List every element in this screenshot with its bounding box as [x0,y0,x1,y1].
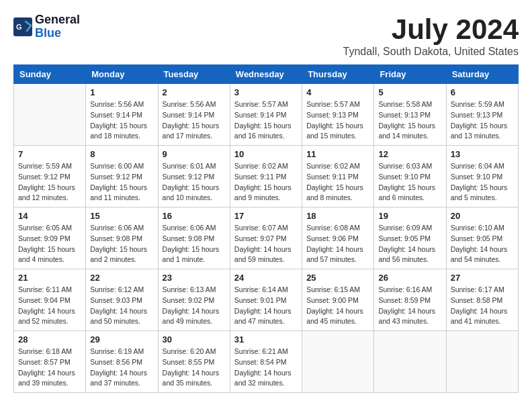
location-subtitle: Tyndall, South Dakota, United States [343,46,519,58]
day-header-tuesday: Tuesday [158,65,230,84]
day-number: 21 [18,273,81,283]
day-number: 10 [234,149,298,159]
day-number: 7 [18,149,81,159]
day-number: 11 [306,149,369,159]
calendar-cell: 27Sunrise: 6:17 AMSunset: 8:58 PMDayligh… [446,269,518,331]
day-info: Sunrise: 5:57 AMSunset: 9:14 PMDaylight:… [234,99,298,142]
day-info: Sunrise: 6:00 AMSunset: 9:12 PMDaylight:… [90,161,153,203]
calendar-body: 1Sunrise: 5:56 AMSunset: 9:14 PMDaylight… [14,84,519,393]
day-header-monday: Monday [86,65,158,84]
day-number: 30 [163,334,226,345]
calendar-cell: 5Sunrise: 5:58 AMSunset: 9:13 PMDaylight… [374,84,446,146]
day-info: Sunrise: 6:02 AMSunset: 9:11 PMDaylight:… [234,161,298,203]
calendar-cell [374,331,446,393]
calendar-cell: 14Sunrise: 6:05 AMSunset: 9:09 PMDayligh… [14,208,86,269]
day-number: 29 [90,334,153,345]
calendar-table: SundayMondayTuesdayWednesdayThursdayFrid… [13,64,519,393]
logo-icon: G [13,17,32,36]
calendar-cell: 6Sunrise: 5:59 AMSunset: 9:13 PMDaylight… [446,84,518,146]
day-info: Sunrise: 6:10 AMSunset: 9:05 PMDaylight:… [451,223,514,265]
day-number: 20 [451,211,514,221]
month-year-title: July 2024 [343,13,519,46]
day-number: 6 [451,87,514,97]
calendar-cell: 21Sunrise: 6:11 AMSunset: 9:04 PMDayligh… [14,269,86,331]
day-number: 31 [234,334,298,345]
day-number: 4 [306,87,369,97]
calendar-cell: 19Sunrise: 6:09 AMSunset: 9:05 PMDayligh… [374,208,446,269]
calendar-cell: 3Sunrise: 5:57 AMSunset: 9:14 PMDaylight… [230,84,302,146]
day-header-saturday: Saturday [446,65,518,84]
calendar-cell: 9Sunrise: 6:01 AMSunset: 9:12 PMDaylight… [158,146,230,208]
day-info: Sunrise: 6:01 AMSunset: 9:12 PMDaylight:… [163,161,226,203]
day-info: Sunrise: 6:18 AMSunset: 8:57 PMDaylight:… [18,347,81,389]
day-info: Sunrise: 6:08 AMSunset: 9:06 PMDaylight:… [306,223,369,265]
day-info: Sunrise: 6:21 AMSunset: 8:54 PMDaylight:… [234,347,298,389]
calendar-cell: 2Sunrise: 5:56 AMSunset: 9:14 PMDaylight… [158,84,230,146]
calendar-cell: 12Sunrise: 6:03 AMSunset: 9:10 PMDayligh… [374,146,446,208]
calendar-cell: 20Sunrise: 6:10 AMSunset: 9:05 PMDayligh… [446,208,518,269]
day-info: Sunrise: 5:56 AMSunset: 9:14 PMDaylight:… [163,99,226,142]
calendar-week-0: 1Sunrise: 5:56 AMSunset: 9:14 PMDaylight… [14,84,519,146]
svg-text:G: G [16,23,22,31]
day-info: Sunrise: 5:59 AMSunset: 9:13 PMDaylight:… [451,99,514,142]
calendar-cell: 18Sunrise: 6:08 AMSunset: 9:06 PMDayligh… [302,208,374,269]
calendar-cell: 13Sunrise: 6:04 AMSunset: 9:10 PMDayligh… [446,146,518,208]
day-number: 12 [378,149,441,159]
calendar-cell: 10Sunrise: 6:02 AMSunset: 9:11 PMDayligh… [230,146,302,208]
day-number: 18 [306,211,369,221]
calendar-week-4: 28Sunrise: 6:18 AMSunset: 8:57 PMDayligh… [14,331,519,393]
day-info: Sunrise: 6:17 AMSunset: 8:58 PMDaylight:… [451,285,514,327]
calendar-cell: 31Sunrise: 6:21 AMSunset: 8:54 PMDayligh… [230,331,302,393]
day-info: Sunrise: 6:09 AMSunset: 9:05 PMDaylight:… [378,223,441,265]
calendar-cell: 11Sunrise: 6:02 AMSunset: 9:11 PMDayligh… [302,146,374,208]
day-info: Sunrise: 5:56 AMSunset: 9:14 PMDaylight:… [90,99,153,142]
calendar-cell [446,331,518,393]
logo: G General Blue [13,13,80,40]
day-info: Sunrise: 6:15 AMSunset: 9:00 PMDaylight:… [306,285,369,327]
day-info: Sunrise: 6:07 AMSunset: 9:07 PMDaylight:… [234,223,298,265]
logo-line1: General [35,13,80,27]
day-number: 19 [378,211,441,221]
day-number: 13 [451,149,514,159]
day-info: Sunrise: 6:19 AMSunset: 8:56 PMDaylight:… [90,347,153,389]
day-number: 27 [451,273,514,283]
calendar-week-2: 14Sunrise: 6:05 AMSunset: 9:09 PMDayligh… [14,208,519,269]
day-number: 3 [234,87,298,97]
day-info: Sunrise: 6:06 AMSunset: 9:08 PMDaylight:… [163,223,226,265]
day-number: 16 [163,211,226,221]
day-info: Sunrise: 6:06 AMSunset: 9:08 PMDaylight:… [90,223,153,265]
day-info: Sunrise: 6:02 AMSunset: 9:11 PMDaylight:… [306,161,369,203]
day-info: Sunrise: 5:59 AMSunset: 9:12 PMDaylight:… [18,161,81,203]
calendar-cell: 1Sunrise: 5:56 AMSunset: 9:14 PMDaylight… [86,84,158,146]
day-number: 1 [90,87,153,97]
day-info: Sunrise: 6:20 AMSunset: 8:55 PMDaylight:… [163,347,226,389]
day-info: Sunrise: 6:16 AMSunset: 8:59 PMDaylight:… [378,285,441,327]
day-info: Sunrise: 6:05 AMSunset: 9:09 PMDaylight:… [18,223,81,265]
day-info: Sunrise: 5:58 AMSunset: 9:13 PMDaylight:… [378,99,441,142]
day-info: Sunrise: 6:04 AMSunset: 9:10 PMDaylight:… [451,161,514,203]
day-info: Sunrise: 6:13 AMSunset: 9:02 PMDaylight:… [163,285,226,327]
day-number: 8 [90,149,153,159]
calendar-cell: 30Sunrise: 6:20 AMSunset: 8:55 PMDayligh… [158,331,230,393]
logo-line2: Blue [35,27,80,40]
day-header-wednesday: Wednesday [230,65,302,84]
day-info: Sunrise: 6:12 AMSunset: 9:03 PMDaylight:… [90,285,153,327]
page-header: G General Blue July 2024 Tyndall, South … [13,13,519,58]
day-number: 28 [18,334,81,345]
calendar-cell: 17Sunrise: 6:07 AMSunset: 9:07 PMDayligh… [230,208,302,269]
calendar-week-3: 21Sunrise: 6:11 AMSunset: 9:04 PMDayligh… [14,269,519,331]
calendar-cell: 4Sunrise: 5:57 AMSunset: 9:13 PMDaylight… [302,84,374,146]
day-number: 5 [378,87,441,97]
day-number: 14 [18,211,81,221]
calendar-cell: 22Sunrise: 6:12 AMSunset: 9:03 PMDayligh… [86,269,158,331]
day-number: 25 [306,273,369,283]
title-area: July 2024 Tyndall, South Dakota, United … [343,13,519,58]
day-header-sunday: Sunday [14,65,86,84]
day-number: 23 [163,273,226,283]
day-number: 24 [234,273,298,283]
calendar-header-row: SundayMondayTuesdayWednesdayThursdayFrid… [14,65,519,84]
day-number: 17 [234,211,298,221]
calendar-cell [14,84,86,146]
day-number: 15 [90,211,153,221]
calendar-cell: 7Sunrise: 5:59 AMSunset: 9:12 PMDaylight… [14,146,86,208]
